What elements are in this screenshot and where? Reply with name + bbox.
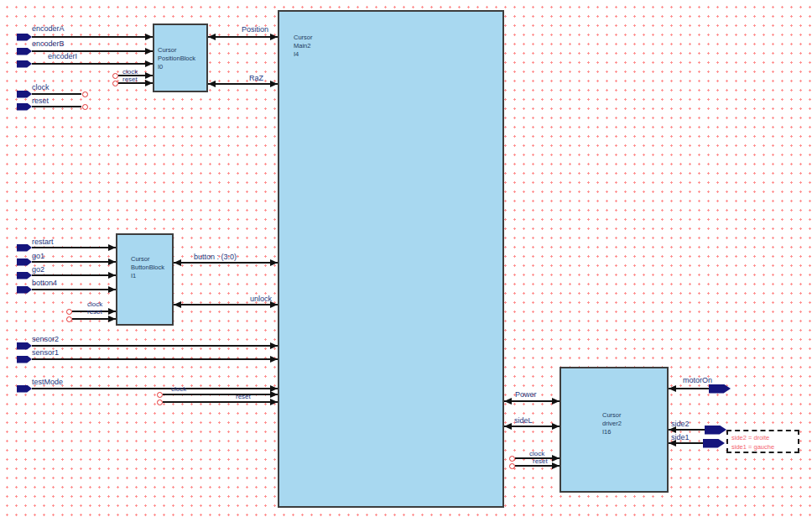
signal-label-position[interactable]: Position — [242, 26, 268, 34]
block-title: CursorButtonBlockI1 — [131, 255, 164, 280]
signal-label-encoderI[interactable]: encoderI — [48, 53, 77, 60]
wire-main-clock[interactable] — [163, 394, 278, 395]
signal-label-buttonblock-clock[interactable]: clock — [87, 300, 102, 308]
signal-label-botton4[interactable]: botton4 — [32, 279, 57, 287]
wire-go1[interactable] — [32, 261, 116, 263]
signal-label-power[interactable]: Power — [515, 391, 537, 399]
arrowhead-sensor1-right — [270, 356, 278, 363]
input-port-restart[interactable] — [17, 244, 32, 252]
signal-label-side1[interactable]: side1 — [671, 434, 690, 441]
block-position-block[interactable]: CursorPositionBlockI0 — [153, 24, 208, 92]
input-port-clock[interactable] — [17, 91, 32, 98]
block-title-line: PositionBlock — [158, 55, 195, 63]
signal-label-driver-reset[interactable]: reset — [533, 457, 548, 465]
comment-line: side1 = gauche — [731, 442, 794, 452]
block-title-line: driver2 — [602, 420, 622, 428]
arrowhead-positionblock-clock-right — [145, 72, 153, 79]
input-port-go2[interactable] — [17, 272, 32, 279]
arrowhead-driver-reset-right — [552, 462, 560, 469]
input-port-reset[interactable] — [17, 103, 32, 111]
input-port-encoderA[interactable] — [17, 34, 32, 41]
input-port-testMode[interactable] — [17, 385, 32, 393]
signal-label-go2[interactable]: go2 — [32, 266, 44, 274]
arrowhead-raz-right — [270, 81, 278, 87]
signal-label-testMode[interactable]: testMode — [32, 379, 63, 386]
block-title-line: Cursor — [602, 411, 622, 420]
wire-encoderA[interactable] — [32, 36, 153, 38]
arrowhead-botton4-right — [108, 286, 116, 293]
open-end-marker — [112, 73, 118, 79]
block-title-line: I4 — [294, 50, 313, 59]
block-title-line: I1 — [131, 272, 164, 280]
signal-label-sensor1[interactable]: sensor1 — [32, 349, 59, 357]
signal-label-sideL[interactable]: sideL — [514, 417, 533, 425]
signal-label-raz[interactable]: RaZ — [249, 75, 263, 82]
block-title: CursorPositionBlockI0 — [158, 46, 195, 71]
output-port-side2[interactable] — [705, 426, 726, 435]
signal-label-restart[interactable]: restart — [32, 238, 54, 246]
wire-restart[interactable] — [32, 247, 116, 248]
signal-label-buttonblock-reset[interactable]: reset — [87, 308, 102, 316]
comment-box[interactable]: side2 = droite side1 = gauche — [726, 430, 799, 453]
block-title-line: Cursor — [131, 255, 164, 264]
signal-label-go1[interactable]: go1 — [32, 253, 44, 260]
signal-label-encoderB[interactable]: encoderB — [32, 40, 65, 48]
signal-label-reset-port[interactable]: reset — [32, 97, 49, 105]
schematic-canvas: side2 = droite side1 = gauche CursorPosi… — [0, 0, 812, 517]
signal-label-clock-port[interactable]: clock — [32, 84, 49, 91]
signal-label-button-bus[interactable]: button : (3:0) — [194, 253, 237, 261]
arrowhead-buttonblock-clock-right — [108, 308, 116, 315]
wire-button-bus[interactable] — [174, 262, 278, 264]
block-title-line: Main2 — [294, 42, 313, 50]
open-end-marker — [82, 104, 88, 110]
output-port-side1[interactable] — [703, 439, 725, 448]
wire-main-reset[interactable] — [163, 401, 278, 403]
signal-label-main-reset[interactable]: reset — [236, 393, 251, 400]
arrowhead-button-bus-left — [174, 259, 181, 266]
wire-encoderI[interactable] — [32, 63, 153, 65]
open-end-marker — [66, 309, 72, 315]
arrowhead-restart-right — [108, 244, 116, 251]
signal-label-sensor2[interactable]: sensor2 — [32, 336, 59, 343]
input-port-go1[interactable] — [17, 258, 32, 266]
wire-unlock[interactable] — [174, 304, 278, 306]
signal-label-main-clock[interactable]: clock — [171, 385, 186, 393]
input-port-sensor2[interactable] — [17, 342, 32, 350]
wire-position[interactable] — [208, 36, 278, 38]
signal-label-unlock[interactable]: unlock — [250, 295, 272, 303]
block-button-block[interactable]: CursorButtonBlockI1 — [116, 233, 174, 326]
arrowhead-unlock-left — [174, 301, 181, 308]
wire-raz[interactable] — [208, 83, 278, 85]
wire-sensor2[interactable] — [32, 345, 278, 347]
block-title-line: Cursor — [294, 34, 313, 42]
input-port-botton4[interactable] — [17, 286, 32, 294]
block-main-block[interactable]: CursorMain2I4 — [278, 10, 504, 508]
signal-label-encoderA[interactable]: encoderA — [32, 25, 65, 33]
wire-clock-port[interactable] — [32, 93, 81, 95]
wire-reset-port[interactable] — [32, 106, 81, 107]
block-title-line: I16 — [602, 428, 622, 436]
input-port-encoderB[interactable] — [17, 48, 32, 55]
arrowhead-sideL-left — [504, 423, 512, 430]
block-title-line: I0 — [158, 63, 195, 71]
block-driver-block[interactable]: Cursordriver2I16 — [560, 367, 669, 493]
signal-label-motorOn[interactable]: motorOn — [683, 377, 712, 384]
arrowhead-encoderA-right — [145, 34, 153, 40]
open-end-marker — [112, 81, 118, 86]
signal-label-positionblock-clock[interactable]: clock — [122, 68, 138, 76]
output-port-motorOn[interactable] — [709, 384, 731, 394]
arrowhead-sensor2-right — [270, 342, 278, 349]
wire-testMode[interactable] — [32, 388, 278, 389]
input-port-sensor1[interactable] — [17, 356, 32, 363]
signal-label-positionblock-reset[interactable]: reset — [122, 76, 138, 83]
input-port-encoderI[interactable] — [17, 60, 32, 68]
wire-sensor1[interactable] — [32, 358, 278, 360]
wire-botton4[interactable] — [32, 289, 116, 290]
arrowhead-position-left — [208, 34, 216, 40]
signal-label-side2[interactable]: side2 — [671, 420, 690, 428]
block-title: Cursordriver2I16 — [602, 411, 622, 436]
wire-go2[interactable] — [32, 274, 116, 276]
block-title-line: Cursor — [158, 46, 195, 55]
signal-label-driver-clock[interactable]: clock — [529, 450, 544, 457]
open-end-marker — [509, 456, 515, 462]
